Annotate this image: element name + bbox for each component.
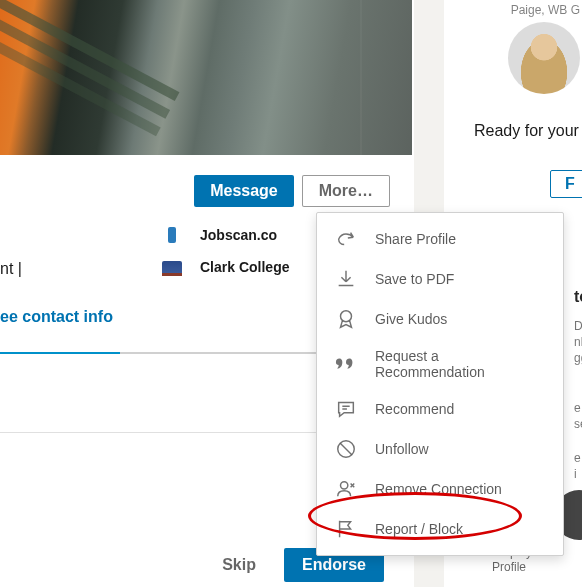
menu-label: Save to PDF [375,271,454,287]
share-profile-item[interactable]: Share Profile [317,219,563,259]
promoted-name: Paige, WB G [511,3,580,17]
clark-college-logo-icon [160,255,184,279]
speech-icon [335,398,357,420]
award-icon [335,308,357,330]
action-button-row: Message More… [0,155,414,207]
menu-label: Share Profile [375,231,456,247]
report-block-item[interactable]: Report / Block [317,509,563,549]
recommend-item[interactable]: Recommend [317,389,563,429]
menu-label: Report / Block [375,521,463,537]
text-fragment: e i [574,450,581,482]
more-button[interactable]: More… [302,175,390,207]
svg-point-0 [341,311,352,322]
svg-point-2 [341,482,348,489]
save-pdf-item[interactable]: Save to PDF [317,259,563,299]
org-name: Jobscan.co [200,227,277,243]
quote-icon [335,353,357,375]
org-name: Clark College [200,259,289,275]
text-fragment: e se [574,400,582,432]
remove-user-icon [335,478,357,500]
cover-photo [0,0,412,155]
menu-label: Request a Recommendation [375,348,545,380]
headline-text: nt | [0,260,22,278]
see-contact-info-link[interactable]: ee contact info [0,308,113,326]
flag-icon [335,518,357,540]
text-fragment: De nk gg [574,318,582,366]
menu-label: Unfollow [375,441,429,457]
give-kudos-item[interactable]: Give Kudos [317,299,563,339]
section-header-fragment: to [574,288,582,306]
menu-label: Remove Connection [375,481,502,497]
unfollow-item[interactable]: Unfollow [317,429,563,469]
menu-label: Recommend [375,401,454,417]
jobscan-logo-icon [160,223,184,247]
download-icon [335,268,357,290]
remove-connection-item[interactable]: Remove Connection [317,469,563,509]
share-icon [335,228,357,250]
follow-button[interactable]: F [550,170,582,198]
promo-headline: Ready for your [474,122,579,140]
menu-label: Give Kudos [375,311,447,327]
message-button[interactable]: Message [194,175,294,207]
request-recommendation-item[interactable]: Request a Recommendation [317,339,563,389]
avatar [508,22,580,94]
skip-button[interactable]: Skip [210,550,268,580]
cancel-icon [335,438,357,460]
more-actions-dropdown: Share Profile Save to PDF Give Kudos Req… [316,212,564,556]
